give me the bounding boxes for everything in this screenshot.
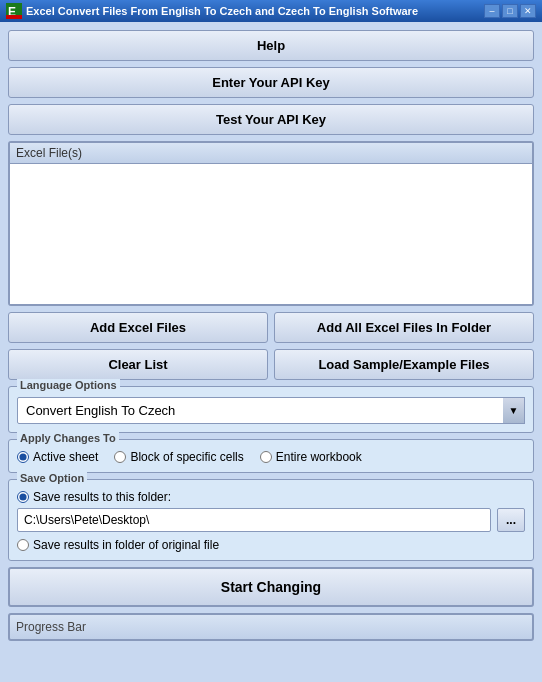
- save-to-folder-radio[interactable]: [17, 491, 29, 503]
- entire-workbook-label: Entire workbook: [276, 450, 362, 464]
- active-sheet-option[interactable]: Active sheet: [17, 450, 98, 464]
- enter-api-key-button[interactable]: Enter Your API Key: [8, 67, 534, 98]
- active-sheet-radio[interactable]: [17, 451, 29, 463]
- language-options-label: Language Options: [17, 379, 120, 391]
- active-sheet-label: Active sheet: [33, 450, 98, 464]
- add-files-row: Add Excel Files Add All Excel Files In F…: [8, 312, 534, 343]
- save-to-folder-option[interactable]: Save results to this folder:: [17, 490, 525, 504]
- save-original-radio[interactable]: [17, 539, 29, 551]
- file-list-header: Excel File(s): [10, 143, 532, 164]
- progress-bar-label: Progress Bar: [16, 620, 86, 634]
- browse-button[interactable]: ...: [497, 508, 525, 532]
- window-controls[interactable]: – □ ✕: [484, 4, 536, 18]
- block-cells-radio[interactable]: [114, 451, 126, 463]
- help-button[interactable]: Help: [8, 30, 534, 61]
- save-to-folder-label: Save results to this folder:: [33, 490, 171, 504]
- add-excel-files-button[interactable]: Add Excel Files: [8, 312, 268, 343]
- language-dropdown-container: Convert English To Czech Convert Czech T…: [17, 397, 525, 424]
- language-dropdown[interactable]: Convert English To Czech Convert Czech T…: [17, 397, 525, 424]
- file-list-body: [10, 164, 532, 304]
- progress-bar-container: Progress Bar: [8, 613, 534, 641]
- entire-workbook-option[interactable]: Entire workbook: [260, 450, 362, 464]
- maximize-button[interactable]: □: [502, 4, 518, 18]
- language-options-content: Convert English To Czech Convert Czech T…: [17, 397, 525, 424]
- folder-path-row: ...: [17, 508, 525, 532]
- clear-list-button[interactable]: Clear List: [8, 349, 268, 380]
- file-list-container: Excel File(s): [8, 141, 534, 306]
- apply-changes-label: Apply Changes To: [17, 432, 119, 444]
- save-original-label: Save results in folder of original file: [33, 538, 219, 552]
- main-content: Help Enter Your API Key Test Your API Ke…: [0, 22, 542, 649]
- save-option-group: Save Option Save results to this folder:…: [8, 479, 534, 561]
- app-icon: E: [6, 3, 22, 19]
- block-cells-label: Block of specific cells: [130, 450, 243, 464]
- entire-workbook-radio[interactable]: [260, 451, 272, 463]
- block-cells-option[interactable]: Block of specific cells: [114, 450, 243, 464]
- test-api-key-button[interactable]: Test Your API Key: [8, 104, 534, 135]
- save-original-option[interactable]: Save results in folder of original file: [17, 538, 525, 552]
- svg-rect-2: [6, 15, 22, 19]
- minimize-button[interactable]: –: [484, 4, 500, 18]
- save-option-content: Save results to this folder: ... Save re…: [17, 490, 525, 552]
- folder-path-input[interactable]: [17, 508, 491, 532]
- language-options-group: Language Options Convert English To Czec…: [8, 386, 534, 433]
- save-option-label: Save Option: [17, 472, 87, 484]
- window-title: Excel Convert Files From English To Czec…: [26, 5, 480, 17]
- start-changing-button[interactable]: Start Changing: [8, 567, 534, 607]
- apply-changes-content: Active sheet Block of specific cells Ent…: [17, 450, 525, 464]
- apply-changes-group: Apply Changes To Active sheet Block of s…: [8, 439, 534, 473]
- close-button[interactable]: ✕: [520, 4, 536, 18]
- load-sample-button[interactable]: Load Sample/Example Files: [274, 349, 534, 380]
- title-bar: E Excel Convert Files From English To Cz…: [0, 0, 542, 22]
- add-all-excel-files-button[interactable]: Add All Excel Files In Folder: [274, 312, 534, 343]
- clear-load-row: Clear List Load Sample/Example Files: [8, 349, 534, 380]
